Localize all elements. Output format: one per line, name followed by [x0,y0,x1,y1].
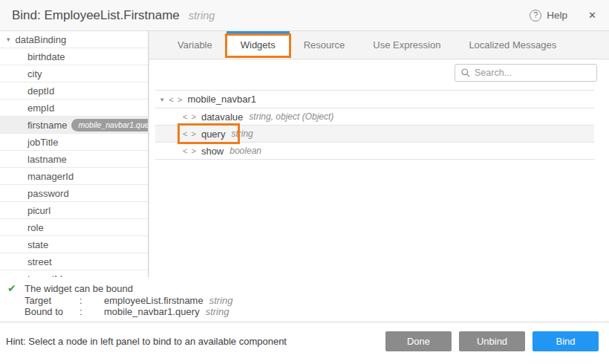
status-boundto-row: Bound to : mobile_navbar1.querystring [25,306,232,318]
sidebar-item-empid[interactable]: empId [0,100,148,117]
sidebar-item-jobtitle[interactable]: jobTitle [0,134,148,151]
code-brackets-icon: < > [169,95,183,104]
status-value-text: mobile_navbar1.query [104,306,200,317]
help-icon: ? [530,10,541,22]
search-input[interactable] [475,68,590,78]
tree-node-mobile-navbar1[interactable]: ▾ < > mobile_navbar1 [155,91,594,108]
search-box [455,64,597,82]
code-brackets-icon: < > [183,146,197,155]
status-value-type: string [206,306,229,317]
status-label: Target [25,295,79,307]
tree-node-type: string, object (Object) [249,111,333,122]
sidebar-item-picurl[interactable]: picurl [0,202,148,219]
sidebar-item-databinding[interactable]: ▾ dataBinding [0,31,148,48]
tab-bar: Variable Widgets Resource Use Expression… [149,31,609,59]
tab-label: Use Expression [373,39,440,51]
sidebar-item-label: lastname [27,154,67,165]
sidebar-item-label: picurl [27,205,51,216]
status-target-row: Target : employeeList.firstnamestring [25,295,232,307]
tab-variable[interactable]: Variable [163,31,227,59]
success-check-icon: ✔ [7,283,25,322]
dialog-footer: Hint: Select a node in left panel to bin… [0,322,609,364]
close-icon[interactable]: ✕ [588,10,596,21]
databinding-sidebar: ▾ dataBinding birthdate city deptId empI… [0,31,149,277]
sidebar-item-label: role [27,222,44,233]
done-button[interactable]: Done [385,331,452,351]
tab-label: Localized Messages [469,39,556,51]
sidebar-item-label: managerId [27,171,74,182]
tab-label: Variable [178,39,212,51]
collapse-triangle-icon[interactable]: ▾ [160,96,164,103]
status-value: mobile_navbar1.querystring [104,306,232,318]
bind-status: ✔ The widget can be bound Target : emplo… [0,277,609,322]
tree-node-label: query [201,129,226,140]
sidebar-item-label: deptId [27,85,54,97]
sidebar-item-label: city [27,68,42,79]
tree-node-show[interactable]: < > show boolean [155,143,594,160]
sidebar-item-state[interactable]: state [0,236,148,253]
tab-label: Resource [304,39,345,51]
tab-localized-messages[interactable]: Localized Messages [455,31,570,59]
tree-node-datavalue[interactable]: < > datavalue string, object (Object) [155,108,594,126]
tree-node-label: show [201,146,224,157]
dialog-body: ▾ dataBinding birthdate city deptId empI… [0,31,609,277]
tree-node-query[interactable]: < > query string [155,126,594,143]
search-icon [461,68,470,77]
bind-dialog: Bind: EmployeeList.Firstname string ? He… [0,0,609,364]
bind-source-panel: Variable Widgets Resource Use Expression… [149,31,609,277]
tree-node-type: boolean [229,146,261,156]
help-label: Help [547,10,567,21]
hint-text: Hint: Select a node in left panel to bin… [6,336,378,347]
sidebar-item-label: jobTitle [27,137,58,148]
status-value-text: employeeList.firstname [104,295,203,306]
code-brackets-icon: < > [183,129,197,138]
sidebar-item-password[interactable]: password [0,185,148,202]
sidebar-item-label: state [27,239,48,250]
sidebar-item-firstname[interactable]: firstname mobile_navbar1.query [0,117,148,134]
status-value-type: string [209,295,233,306]
tab-widgets[interactable]: Widgets [227,31,290,59]
help-button[interactable]: ? Help [530,10,567,22]
code-brackets-icon: < > [183,112,197,121]
sidebar-item-clipped[interactable]: tenantId [0,270,148,277]
status-message: The widget can be bound [25,283,232,295]
status-value: employeeList.firstnamestring [104,295,232,307]
status-lines: The widget can be bound Target : employe… [25,283,232,322]
active-tab-indicator [227,31,290,33]
sidebar-item-label: street [27,256,52,267]
header-actions: ? Help ✕ [530,10,596,22]
tab-use-expression[interactable]: Use Expression [359,31,455,59]
dialog-title: Bind: EmployeeList.Firstname [12,8,180,23]
sidebar-root-label: dataBinding [16,34,67,45]
widget-tree: ▾ < > mobile_navbar1 < > datavalue strin… [155,90,594,160]
sidebar-item-role[interactable]: role [0,219,148,236]
tree-node-label: mobile_navbar1 [187,94,256,105]
sidebar-item-label: empId [27,103,54,114]
tab-resource[interactable]: Resource [290,31,359,59]
sidebar-item-label: password [27,188,69,199]
sidebar-item-street[interactable]: street [0,253,148,270]
dialog-title-type: string [189,10,215,22]
sidebar-item-city[interactable]: city [0,65,148,82]
status-colon: : [79,295,104,307]
sidebar-item-label: birthdate [27,51,65,62]
tree-node-type: string [231,129,253,139]
sidebar-item-birthdate[interactable]: birthdate [0,48,148,65]
bind-button[interactable]: Bind [533,331,599,351]
bound-target-badge: mobile_navbar1.query [71,119,149,131]
tab-label: Widgets [241,39,276,51]
widgets-tab-content: ▾ < > mobile_navbar1 < > datavalue strin… [149,59,609,277]
tree-node-label: datavalue [201,111,243,123]
status-colon: : [79,306,104,318]
sidebar-item-label: firstname [27,120,67,131]
status-label: Bound to [25,306,79,318]
unbind-button[interactable]: Unbind [459,331,525,351]
sidebar-item-lastname[interactable]: lastname [0,151,148,168]
sidebar-item-managerid[interactable]: managerId [0,168,148,185]
sidebar-item-deptid[interactable]: deptId [0,82,148,100]
dialog-header: Bind: EmployeeList.Firstname string ? He… [0,0,609,31]
collapse-triangle-icon[interactable]: ▾ [7,36,10,43]
